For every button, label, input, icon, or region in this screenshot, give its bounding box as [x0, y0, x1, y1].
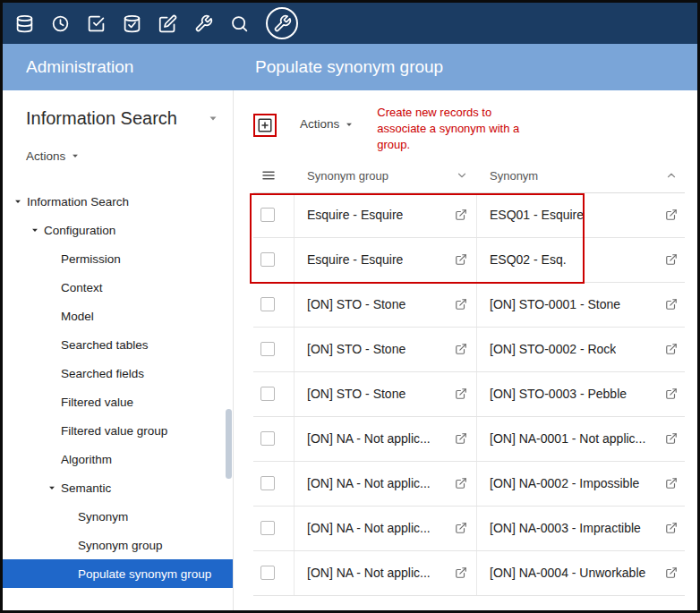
main-toolbar: Actions Create new records to associate … — [253, 103, 685, 154]
sidebar-item-searched-fields[interactable]: Searched fields — [3, 359, 233, 387]
sidebar-item-algorithm[interactable]: Algorithm — [3, 445, 233, 473]
page-title: Populate synonym group — [234, 57, 443, 77]
external-link-icon[interactable] — [455, 343, 467, 355]
active-wrench-icon[interactable] — [266, 7, 298, 39]
external-link-icon[interactable] — [665, 298, 678, 311]
app-window: Administration Populate synonym group In… — [0, 0, 700, 613]
synonym-cell: [ON] STO-0003 - Pebble — [477, 372, 685, 416]
external-link-icon[interactable] — [665, 477, 678, 490]
sidebar-item-synonym[interactable]: Synonym — [3, 502, 233, 531]
search-icon[interactable] — [228, 13, 250, 34]
navigation-tree: Information SearchConfigurationPermissio… — [3, 187, 233, 588]
external-link-icon[interactable] — [665, 566, 678, 579]
tree-item-label: Filtered value — [61, 396, 133, 409]
synonym-value: [ON] STO-0003 - Pebble — [490, 387, 627, 401]
synonym-value: [ON] NA-0003 - Impractible — [490, 521, 641, 535]
table-row: [ON] STO - Stone[ON] STO-0002 - Rock — [253, 328, 685, 372]
database-check-icon[interactable] — [121, 13, 142, 34]
sort-descending-icon[interactable] — [456, 169, 468, 182]
sidebar-item-model[interactable]: Model — [3, 302, 233, 330]
synonym-group-cell: Esquire - Esquire — [295, 238, 477, 282]
row-checkbox[interactable] — [260, 566, 275, 580]
external-link-icon[interactable] — [455, 522, 467, 534]
external-link-icon[interactable] — [665, 343, 678, 355]
synonym-group-value: Esquire - Esquire — [307, 252, 403, 267]
synonym-group-value: [ON] STO - Stone — [307, 297, 405, 311]
table-body: Esquire - EsquireESQ01 - EsquireEsquire … — [253, 193, 685, 596]
table-menu-button[interactable] — [253, 167, 295, 183]
caret-down-icon[interactable] — [47, 483, 61, 492]
external-link-icon[interactable] — [455, 477, 467, 490]
row-checkbox-cell — [253, 507, 295, 550]
sidebar-item-filtered-value[interactable]: Filtered value — [3, 387, 233, 416]
row-checkbox[interactable] — [260, 297, 275, 311]
external-link-icon[interactable] — [665, 387, 678, 400]
sidebar-item-synonym-group[interactable]: Synonym group — [3, 531, 233, 559]
row-checkbox[interactable] — [260, 521, 275, 535]
caret-down-icon — [345, 120, 354, 129]
caret-down-icon[interactable] — [13, 197, 27, 206]
sidebar-item-configuration[interactable]: Configuration — [3, 216, 233, 244]
sidebar-item-searched-tables[interactable]: Searched tables — [3, 330, 233, 359]
section-title: Administration — [3, 57, 234, 77]
external-link-icon[interactable] — [455, 566, 467, 579]
caret-down-icon[interactable] — [30, 226, 44, 234]
synonym-group-cell: [ON] NA - Not applic... — [295, 551, 477, 595]
main-panel: Actions Create new records to associate … — [234, 90, 697, 610]
row-checkbox[interactable] — [260, 476, 275, 490]
column-header-synonym[interactable]: Synonym — [477, 169, 685, 183]
synonym-cell: [ON] STO-0001 - Stone — [477, 283, 685, 327]
chevron-down-icon[interactable] — [208, 113, 218, 123]
check-square-icon[interactable] — [85, 13, 107, 34]
tree-item-label: Filtered value group — [61, 424, 167, 438]
external-link-icon[interactable] — [455, 253, 467, 266]
external-link-icon[interactable] — [665, 522, 678, 534]
row-checkbox[interactable] — [260, 252, 275, 267]
synonym-cell: [ON] NA-0004 - Unworkable — [477, 551, 685, 595]
row-checkbox-cell — [253, 551, 295, 595]
table-row: Esquire - EsquireESQ02 - Esq. — [253, 238, 685, 283]
external-link-icon[interactable] — [665, 432, 678, 445]
row-checkbox-cell — [253, 193, 295, 237]
new-record-button[interactable] — [257, 117, 273, 133]
sort-ascending-icon[interactable] — [665, 169, 678, 182]
synonym-value: ESQ01 - Esquire — [490, 208, 584, 222]
sidebar-actions-menu[interactable]: Actions — [3, 148, 233, 164]
row-checkbox[interactable] — [260, 342, 275, 356]
synonym-cell: [ON] NA-0003 - Impractible — [477, 507, 685, 550]
sidebar-item-permission[interactable]: Permission — [3, 244, 233, 273]
edit-check-icon[interactable] — [157, 13, 178, 34]
database-icon[interactable] — [13, 13, 35, 34]
synonym-cell: ESQ02 - Esq. — [477, 238, 685, 282]
sidebar-scrollbar[interactable] — [226, 409, 232, 479]
synonym-group-cell: [ON] NA - Not applic... — [295, 417, 477, 461]
external-link-icon[interactable] — [455, 432, 467, 445]
row-checkbox[interactable] — [260, 387, 275, 401]
wrench-icon[interactable] — [192, 13, 214, 34]
row-checkbox[interactable] — [260, 431, 275, 446]
external-link-icon[interactable] — [455, 298, 467, 311]
column-header-synonym-group[interactable]: Synonym group — [295, 169, 477, 183]
tree-item-label: Information Search — [27, 195, 129, 209]
top-toolbar — [3, 3, 697, 44]
plus-icon — [257, 117, 273, 133]
external-link-icon[interactable] — [455, 209, 467, 221]
clock-icon[interactable] — [49, 13, 71, 34]
external-link-icon[interactable] — [455, 387, 467, 400]
sidebar-item-semantic[interactable]: Semantic — [3, 473, 233, 502]
sidebar-item-information-search[interactable]: Information Search — [3, 187, 233, 216]
main-actions-menu[interactable]: Actions — [300, 117, 354, 131]
table-row: [ON] STO - Stone[ON] STO-0001 - Stone — [253, 283, 685, 328]
records-table: Synonym group Synonym Esquire - EsquireE… — [253, 159, 685, 596]
sidebar-item-context[interactable]: Context — [3, 273, 233, 302]
row-checkbox[interactable] — [260, 208, 275, 222]
sidebar-item-filtered-value-group[interactable]: Filtered value group — [3, 416, 233, 445]
tree-item-label: Context — [61, 281, 103, 294]
sidebar-item-populate-synonym-group[interactable]: Populate synonym group — [3, 559, 233, 588]
external-link-icon[interactable] — [665, 209, 678, 221]
external-link-icon[interactable] — [665, 253, 678, 266]
synonym-group-value: [ON] NA - Not applic... — [307, 431, 431, 446]
synonym-group-cell: [ON] STO - Stone — [295, 372, 477, 416]
table-header: Synonym group Synonym — [253, 159, 685, 193]
row-checkbox-cell — [253, 328, 295, 371]
